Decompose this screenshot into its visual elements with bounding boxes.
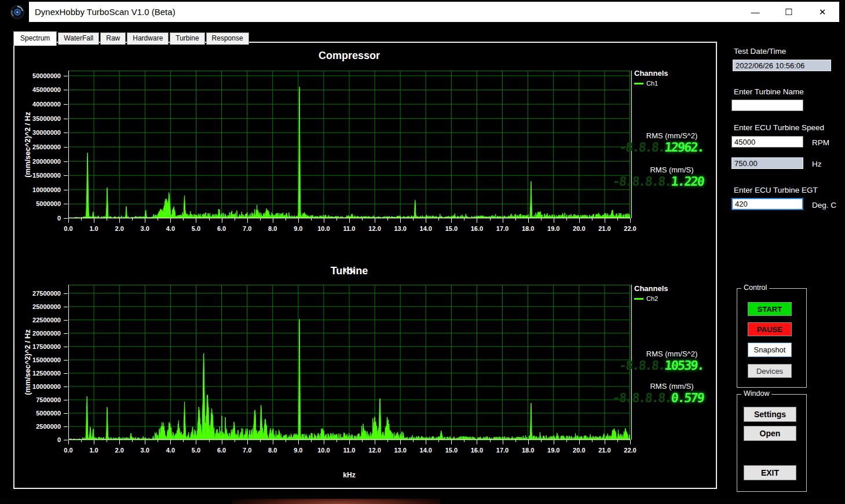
x-tick-mark <box>247 440 248 444</box>
x-tick-mark <box>617 440 618 442</box>
y-tick-mark <box>64 360 68 360</box>
series-color-swatch <box>634 298 643 300</box>
y-tick-label: 15000000 <box>32 172 61 179</box>
y-tick-mark <box>64 76 68 76</box>
x-tick-label: 22.0 <box>624 225 636 232</box>
y-tick-label: 30000000 <box>32 129 61 136</box>
pause-button[interactable]: PAUSE <box>748 322 792 336</box>
x-tick-mark <box>477 218 477 223</box>
x-tick-mark <box>438 440 439 442</box>
ecu-egt-input[interactable] <box>731 198 803 210</box>
x-tick-mark <box>400 440 401 444</box>
x-tick-mark <box>298 440 299 444</box>
x-tick-mark <box>222 218 222 223</box>
window-title: DynexHobby TurboScan V1.0 (Beta) <box>35 2 175 22</box>
x-tick-mark <box>605 440 605 444</box>
open-button[interactable]: Open <box>744 426 796 441</box>
x-tick-mark <box>515 218 516 220</box>
x-tick-mark <box>68 218 69 223</box>
x-tick-mark <box>349 440 350 444</box>
tab-hardware[interactable]: Hardware <box>127 32 169 45</box>
x-tick-mark <box>592 218 592 220</box>
x-tick-mark <box>311 218 312 220</box>
tab-spectrum[interactable]: Spectrum <box>13 31 57 46</box>
x-tick-label: 16.0 <box>471 225 483 232</box>
x-tick-mark <box>566 218 567 220</box>
x-tick-label: 18.0 <box>522 225 534 232</box>
series-name: Ch2 <box>646 295 658 302</box>
y-tick-mark <box>64 133 68 133</box>
x-tick-label: 6.0 <box>217 447 226 454</box>
x-tick-mark <box>107 218 107 220</box>
compressor-y-axis-title: (mm/sec^2)^2 / Hz <box>23 112 32 177</box>
y-tick-mark <box>64 426 68 427</box>
x-tick-mark <box>630 218 631 223</box>
x-tick-label: 6.0 <box>217 225 226 232</box>
x-tick-mark <box>375 218 375 223</box>
x-tick-mark <box>158 440 158 442</box>
turbine-name-input[interactable] <box>731 100 803 111</box>
degc-unit-label: Deg. C <box>812 201 836 209</box>
tab-turbine[interactable]: Turbine <box>170 32 204 45</box>
x-tick-mark <box>247 218 248 223</box>
snapshot-button[interactable]: Snapshot <box>748 343 792 357</box>
minimize-button[interactable]: — <box>738 2 772 22</box>
y-tick-label: 20000000 <box>32 330 61 337</box>
y-tick-label: 0 <box>57 436 61 443</box>
turbine-legend: Channels Ch2 <box>634 284 668 302</box>
x-tick-mark <box>554 440 554 444</box>
x-tick-mark <box>464 440 464 442</box>
maximize-button[interactable]: ☐ <box>772 2 806 22</box>
x-tick-mark <box>94 440 94 444</box>
x-tick-mark <box>451 440 452 444</box>
x-tick-mark <box>222 440 222 444</box>
ecu-speed-input[interactable] <box>731 136 803 148</box>
tab-raw[interactable]: Raw <box>100 32 126 45</box>
x-tick-label: 9.0 <box>294 447 302 454</box>
tab-waterfall[interactable]: WaterFall <box>58 32 99 45</box>
x-tick-mark <box>324 440 324 444</box>
x-tick-label: 2.0 <box>115 225 124 232</box>
devices-button[interactable]: Devices <box>748 364 792 378</box>
x-tick-label: 17.0 <box>496 225 509 232</box>
y-tick-mark <box>64 175 68 176</box>
led-lit-digits: 12962. <box>664 140 704 154</box>
x-tick-label: 11.0 <box>343 447 356 454</box>
led-unlit-digits: -8.8.8.8. <box>612 391 671 405</box>
x-tick-label: 15.0 <box>445 447 458 454</box>
compressor-chart-title: Compressor <box>68 50 630 62</box>
y-tick-mark <box>64 161 68 162</box>
y-tick-mark <box>64 204 68 204</box>
tab-response[interactable]: Response <box>206 32 249 45</box>
x-tick-mark <box>375 440 375 444</box>
control-group-label: Control <box>741 284 769 292</box>
x-tick-mark <box>387 218 388 220</box>
x-tick-mark <box>490 218 491 220</box>
x-tick-label: 20.0 <box>573 447 585 454</box>
y-tick-label: 5000000 <box>36 410 61 417</box>
exit-button[interactable]: EXIT <box>744 465 796 480</box>
led-lit-digits: 0.579 <box>671 391 704 405</box>
y-tick-label: 27500000 <box>32 290 61 297</box>
x-tick-mark <box>81 440 82 442</box>
x-tick-mark <box>132 440 133 442</box>
x-tick-mark <box>387 440 388 442</box>
y-tick-mark <box>64 218 68 219</box>
x-tick-mark <box>235 218 235 220</box>
x-tick-mark <box>617 218 618 220</box>
x-tick-label: 19.0 <box>547 447 559 454</box>
x-tick-label: 13.0 <box>394 447 406 454</box>
x-tick-mark <box>528 218 529 223</box>
x-tick-mark <box>183 440 184 442</box>
x-tick-mark <box>426 218 426 223</box>
close-button[interactable]: ✕ <box>806 2 839 22</box>
settings-button[interactable]: Settings <box>744 407 796 422</box>
start-button[interactable]: START <box>748 302 792 316</box>
legend-item-ch2: Ch2 <box>634 295 668 302</box>
titlebar: DynexHobby TurboScan V1.0 (Beta) — ☐ ✕ <box>6 2 839 22</box>
x-tick-label: 17.0 <box>496 447 509 454</box>
x-tick-mark <box>298 218 299 223</box>
x-tick-label: 10.0 <box>317 447 330 454</box>
compressor-rms-accel-display: -8.8.8.12962. <box>606 140 704 154</box>
led-unlit-digits: -8.8.8.8. <box>612 174 671 189</box>
